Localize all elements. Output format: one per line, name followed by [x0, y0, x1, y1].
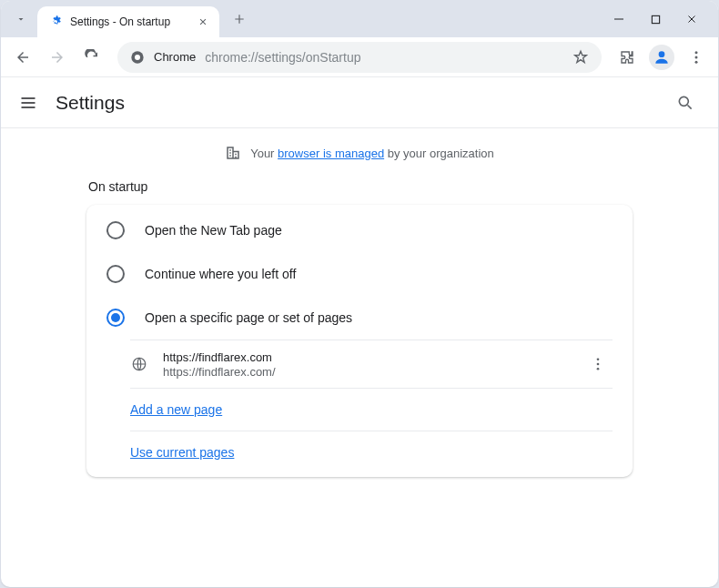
settings-content: Your browser is managed by your organiza…	[1, 128, 718, 587]
profile-button[interactable]	[647, 43, 676, 72]
browser-toolbar: Chrome chrome://settings/onStartup	[1, 37, 718, 77]
puzzle-icon	[619, 49, 635, 66]
radio-new-tab-page[interactable]: Open the New Tab page	[86, 208, 633, 252]
settings-gear-icon	[48, 15, 63, 29]
startup-card: Open the New Tab page Continue where you…	[86, 205, 633, 477]
section-title: On startup	[86, 179, 633, 194]
tab-title: Settings - On startup	[70, 15, 188, 28]
arrow-right-icon	[49, 49, 66, 66]
close-icon	[198, 17, 208, 26]
radio-icon	[106, 221, 125, 239]
more-vertical-icon	[590, 356, 606, 372]
browser-tab[interactable]: Settings - On startup	[37, 6, 219, 37]
extensions-button[interactable]	[613, 43, 642, 72]
organization-icon	[225, 145, 241, 161]
window-minimize-button[interactable]	[603, 6, 634, 32]
svg-point-3	[659, 51, 665, 57]
page-entry-title: https://findflarex.com	[163, 350, 569, 364]
page-title: Settings	[56, 92, 653, 114]
settings-header: Settings	[1, 77, 718, 128]
radio-icon	[106, 309, 125, 327]
add-new-page-link[interactable]: Add a new page	[130, 402, 222, 417]
star-icon	[572, 49, 589, 66]
managed-prefix: Your	[250, 147, 278, 160]
svg-point-6	[695, 60, 698, 63]
svg-point-11	[597, 368, 600, 370]
svg-point-10	[597, 363, 600, 366]
back-button[interactable]	[8, 43, 37, 72]
radio-continue-where-left-off[interactable]: Continue where you left off	[86, 252, 633, 296]
page-entry-url: https://findflarex.com/	[163, 365, 569, 379]
managed-link[interactable]: browser is managed	[278, 147, 384, 160]
search-button[interactable]	[669, 86, 702, 119]
more-vertical-icon	[688, 49, 704, 66]
radio-label: Continue where you left off	[145, 267, 296, 281]
maximize-icon	[651, 15, 661, 25]
chrome-chip-icon	[130, 50, 145, 65]
svg-point-5	[695, 56, 698, 58]
arrow-left-icon	[15, 49, 31, 66]
menu-button[interactable]	[17, 92, 39, 114]
radio-icon	[106, 265, 125, 283]
radio-specific-pages[interactable]: Open a specific page or set of pages	[86, 296, 633, 340]
tab-close-button[interactable]	[196, 15, 210, 29]
managed-suffix: by your organization	[384, 147, 494, 160]
globe-icon	[130, 355, 148, 373]
minimize-icon	[613, 14, 624, 25]
address-bar[interactable]: Chrome chrome://settings/onStartup	[117, 42, 602, 73]
svg-point-9	[597, 358, 600, 360]
svg-point-4	[695, 51, 698, 54]
url-text: chrome://settings/onStartup	[205, 50, 563, 65]
forward-button[interactable]	[43, 43, 72, 72]
window-close-button[interactable]	[676, 6, 707, 32]
title-bar: Settings - On startup	[1, 1, 718, 37]
startup-page-row: https://findflarex.com https://findflare…	[130, 340, 613, 388]
reload-button[interactable]	[77, 43, 106, 72]
avatar-icon	[649, 45, 674, 70]
svg-point-7	[679, 96, 688, 106]
svg-point-2	[135, 55, 140, 60]
bookmark-button[interactable]	[572, 49, 589, 66]
window-maximize-button[interactable]	[640, 6, 671, 32]
new-tab-button[interactable]	[227, 6, 252, 32]
svg-rect-0	[652, 15, 659, 23]
close-icon	[686, 14, 697, 25]
hamburger-icon	[19, 94, 37, 112]
tab-search-button[interactable]	[8, 6, 34, 32]
search-icon	[676, 94, 694, 112]
radio-label: Open a specific page or set of pages	[145, 310, 352, 325]
reload-icon	[84, 49, 100, 66]
managed-banner: Your browser is managed by your organiza…	[225, 145, 494, 161]
use-current-pages-link[interactable]: Use current pages	[130, 445, 234, 460]
chrome-menu-button[interactable]	[682, 43, 711, 72]
page-entry-menu-button[interactable]	[583, 350, 613, 379]
plus-icon	[233, 13, 246, 25]
chrome-chip-label: Chrome	[154, 50, 196, 64]
chevron-down-icon	[15, 14, 26, 25]
radio-label: Open the New Tab page	[145, 223, 282, 238]
